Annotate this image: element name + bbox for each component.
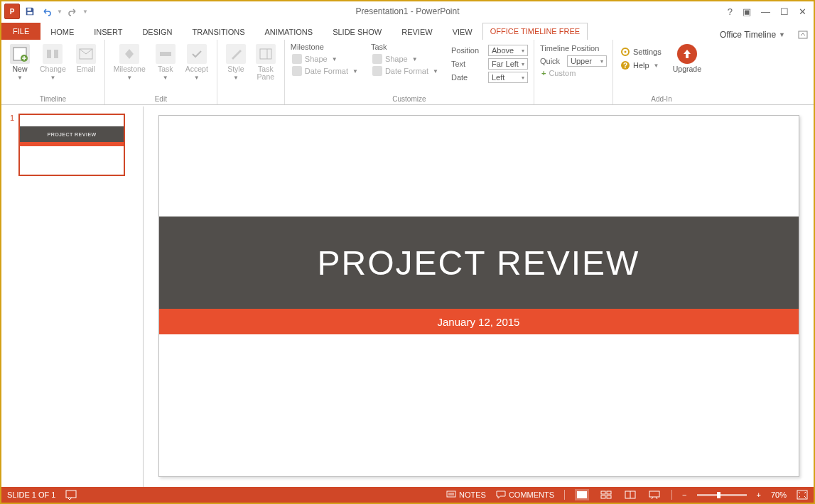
zoom-in-icon[interactable]: + (757, 491, 761, 499)
fit-to-window-icon[interactable] (797, 490, 808, 500)
spellcheck-icon[interactable] (65, 490, 77, 500)
group-style: Style ▼ Task Pane (217, 40, 285, 104)
slide[interactable]: PROJECT REVIEW January 12, 2015 (158, 115, 799, 477)
group-timeline: New ▼ Change ▼ Email Timeline (1, 40, 105, 104)
tab-file[interactable]: FILE (1, 23, 41, 40)
group-customize-label: Customize (291, 94, 528, 103)
email-button[interactable]: Email (73, 43, 99, 75)
ribbon-tabs: FILE HOME INSERT DESIGN TRANSITIONS ANIM… (1, 21, 814, 40)
milestone-date-format[interactable]: Date Format▼ (291, 65, 360, 77)
svg-rect-8 (160, 52, 171, 56)
svg-rect-26 (649, 491, 659, 497)
group-edit: Milestone ▼ Task ▼ Accept ▼ Edit (105, 40, 217, 104)
sorter-view-icon[interactable] (599, 489, 613, 500)
help-icon[interactable]: ? (728, 6, 733, 17)
position-row[interactable]: Position Above▾ (451, 45, 528, 56)
collapse-ribbon-icon[interactable] (798, 31, 808, 39)
svg-rect-15 (66, 491, 76, 498)
group-addin: Settings ? Help▼ Upgrade Add-In (613, 40, 710, 104)
task-header: Task (371, 43, 440, 53)
slide-title[interactable]: PROJECT REVIEW (159, 217, 799, 309)
tab-view[interactable]: VIEW (443, 24, 482, 40)
undo-icon[interactable] (40, 4, 54, 18)
close-icon[interactable]: ✕ (799, 6, 806, 17)
tab-animations[interactable]: ANIMATIONS (255, 24, 323, 40)
quick-row[interactable]: Quick Upper▾ (540, 55, 607, 67)
accept-button[interactable]: Accept ▼ (183, 43, 211, 82)
svg-rect-29 (797, 491, 807, 499)
chevron-down-icon[interactable]: ▼ (779, 31, 785, 38)
svg-rect-1 (28, 12, 33, 15)
slideshow-view-icon[interactable] (647, 489, 662, 500)
slide-canvas-area[interactable]: PROJECT REVIEW January 12, 2015 (144, 106, 814, 487)
settings-button[interactable]: Settings (619, 45, 663, 58)
zoom-out-icon[interactable]: − (682, 491, 686, 499)
svg-rect-9 (260, 49, 271, 59)
change-button[interactable]: Change ▼ (37, 43, 69, 82)
slide-count[interactable]: SLIDE 1 OF 1 (7, 491, 55, 499)
thumbnail-number: 1 (10, 114, 14, 176)
task-pane-button[interactable]: Task Pane (253, 43, 279, 82)
slide-thumbnail-1[interactable]: PROJECT REVIEW (18, 114, 125, 176)
text-row[interactable]: Text Far Left▾ (451, 58, 528, 70)
svg-rect-19 (577, 491, 587, 498)
svg-point-12 (624, 51, 626, 53)
gear-icon (620, 47, 630, 57)
help-button[interactable]: ? Help▼ (619, 59, 663, 72)
task-shape[interactable]: Shape▼ (371, 53, 440, 65)
plus-icon: + (541, 69, 546, 77)
date-row[interactable]: Date Left▾ (451, 72, 528, 83)
notes-button[interactable]: NOTES (446, 491, 486, 499)
milestone-button[interactable]: Milestone ▼ (111, 43, 149, 82)
svg-rect-21 (607, 491, 611, 494)
style-button[interactable]: Style ▼ (223, 43, 249, 82)
restore-icon[interactable]: ☐ (780, 6, 789, 17)
powerpoint-icon: P (4, 4, 20, 19)
minimize-icon[interactable]: — (761, 6, 770, 17)
svg-rect-0 (28, 9, 31, 11)
tab-review[interactable]: REVIEW (392, 24, 442, 40)
thumbnail-date-band (20, 142, 124, 146)
upgrade-button[interactable]: Upgrade (670, 43, 704, 75)
slide-date[interactable]: January 12, 2015 (159, 309, 799, 334)
normal-view-icon[interactable] (575, 489, 589, 500)
group-addin-label: Add-In (619, 94, 704, 103)
new-button[interactable]: New ▼ (7, 43, 33, 82)
zoom-level[interactable]: 70% (771, 491, 787, 499)
tab-slideshow[interactable]: SLIDE SHOW (323, 24, 392, 40)
reading-view-icon[interactable] (623, 489, 637, 500)
title-bar: P ▼ ▼ Presentation1 - PowerPoint ? ▣ — ☐… (1, 1, 814, 21)
ribbon-display-icon[interactable]: ▣ (743, 6, 751, 17)
milestone-shape[interactable]: Shape▼ (291, 53, 360, 65)
group-customize: Milestone Shape▼ Date Format▼ Task Shape… (285, 40, 534, 104)
tab-transitions[interactable]: TRANSITIONS (183, 24, 255, 40)
slide-thumbnail-panel: 1 PROJECT REVIEW (1, 106, 144, 487)
upgrade-icon (677, 44, 697, 64)
timeline-position-header: Timeline Position (540, 44, 607, 54)
svg-rect-23 (607, 495, 611, 498)
svg-rect-16 (447, 491, 455, 497)
tab-home[interactable]: HOME (41, 24, 84, 40)
save-icon[interactable] (23, 4, 37, 18)
tab-insert[interactable]: INSERT (84, 24, 132, 40)
svg-rect-22 (601, 495, 605, 498)
zoom-slider[interactable] (697, 494, 747, 496)
svg-text:?: ? (623, 62, 627, 70)
window-controls: ? ▣ — ☐ ✕ (728, 6, 814, 17)
group-edit-label: Edit (111, 94, 211, 103)
tab-office-timeline[interactable]: OFFICE TIMELINE FREE (482, 23, 588, 40)
task-button[interactable]: Task ▼ (153, 43, 178, 82)
task-date-format[interactable]: Date Format▼ (371, 65, 440, 77)
qat-customize[interactable]: ▼ (82, 9, 88, 15)
custom-position[interactable]: + Custom (540, 68, 607, 78)
quick-access-toolbar: P ▼ ▼ (1, 4, 88, 19)
comments-button[interactable]: COMMENTS (496, 491, 554, 499)
svg-rect-5 (47, 50, 51, 58)
undo-dropdown[interactable]: ▼ (57, 9, 63, 15)
milestone-header: Milestone (291, 43, 360, 53)
thumbnail-title: PROJECT REVIEW (20, 126, 124, 142)
redo-icon[interactable] (65, 4, 80, 18)
group-timeline-position: Timeline Position Quick Upper▾ + Custom (534, 40, 613, 104)
office-timeline-menu[interactable]: Office Timeline (720, 30, 776, 40)
tab-design[interactable]: DESIGN (132, 24, 182, 40)
